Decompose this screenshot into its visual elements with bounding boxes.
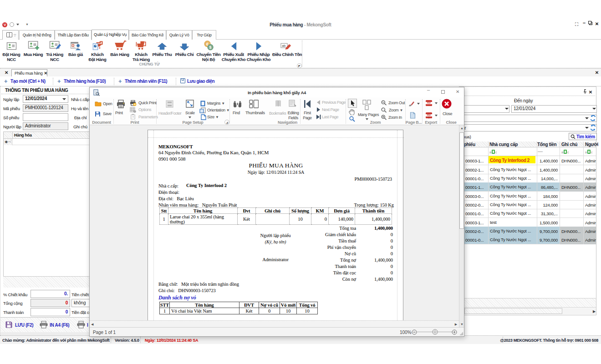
svg-text:c: c <box>591 151 592 154</box>
svg-text:c: c <box>567 151 569 154</box>
svg-text:a: a <box>585 151 587 154</box>
svg-text:ab: ab <box>282 44 285 48</box>
svg-text:a: a <box>561 151 563 154</box>
svg-text:c: c <box>495 151 497 154</box>
svg-text:a: a <box>489 151 491 154</box>
svg-text:$: $ <box>209 45 212 50</box>
svg-text:PDF: PDF <box>427 102 431 104</box>
svg-text:PDF: PDF <box>427 114 431 116</box>
svg-text:?: ? <box>132 116 134 119</box>
